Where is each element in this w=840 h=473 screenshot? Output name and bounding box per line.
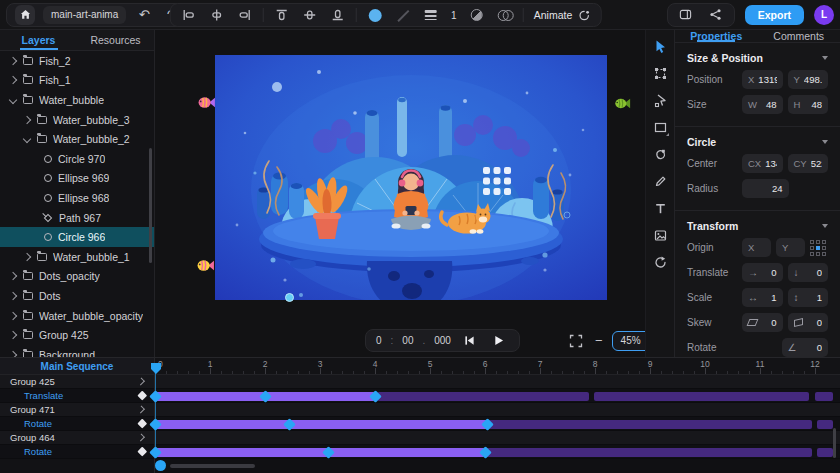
align-center-h-button[interactable] bbox=[207, 5, 227, 25]
timeline-bar-row[interactable] bbox=[155, 389, 840, 403]
pen-tool[interactable] bbox=[648, 169, 672, 193]
chevron-down-icon[interactable] bbox=[9, 96, 17, 104]
fit-screen-button[interactable] bbox=[566, 331, 586, 351]
fill-color-button[interactable] bbox=[365, 5, 385, 25]
align-middle-button[interactable] bbox=[300, 5, 320, 25]
chevron-right-icon[interactable] bbox=[137, 406, 145, 414]
timeline-bar-segment[interactable] bbox=[155, 448, 485, 457]
chevron-right-icon[interactable] bbox=[23, 115, 31, 123]
fish-sticker-yellow[interactable] bbox=[196, 258, 215, 273]
timeline-bar-segment[interactable] bbox=[817, 420, 834, 429]
image-tool[interactable] bbox=[648, 223, 672, 247]
time-seconds[interactable]: 00 bbox=[402, 335, 413, 346]
layer-row-ellipse-968[interactable]: Ellipse 968 bbox=[0, 188, 154, 208]
keyframe-toggle-icon[interactable] bbox=[137, 419, 146, 428]
timeline-tracks-area[interactable]: 0123456789101112 bbox=[155, 358, 840, 473]
keyframe-toggle-icon[interactable] bbox=[137, 391, 146, 400]
center-cy-field[interactable]: CY522.41 bbox=[788, 154, 829, 173]
tab-layers[interactable]: Layers bbox=[0, 30, 77, 50]
chevron-right-icon[interactable] bbox=[137, 378, 145, 386]
stroke-color-button[interactable] bbox=[393, 5, 413, 25]
tab-comments[interactable]: Comments bbox=[758, 30, 840, 42]
translate-y-field[interactable]: ↓0 bbox=[788, 263, 829, 282]
chevron-down-icon[interactable] bbox=[23, 135, 31, 143]
timeline-bar-segment[interactable] bbox=[488, 420, 813, 429]
time-minutes[interactable]: 0 bbox=[376, 335, 382, 346]
time-millis[interactable]: 000 bbox=[434, 335, 451, 346]
rotate-field[interactable]: ∠0 bbox=[782, 338, 829, 357]
collapse-section-button[interactable] bbox=[822, 140, 828, 144]
timeline-bar-row[interactable] bbox=[155, 445, 840, 459]
timeline-bar-segment[interactable] bbox=[594, 392, 810, 401]
timeline-ruler[interactable]: 0123456789101112 bbox=[155, 358, 840, 375]
play-button[interactable] bbox=[489, 331, 509, 351]
layer-row-dots[interactable]: Dots bbox=[0, 286, 154, 306]
document-title[interactable]: main-art-anima bbox=[43, 6, 126, 24]
skip-start-button[interactable] bbox=[460, 331, 480, 351]
timeline-scroll-knob[interactable] bbox=[155, 460, 166, 471]
panel-toggle-button[interactable] bbox=[676, 5, 696, 25]
avatar[interactable]: L bbox=[814, 5, 834, 25]
timeline-bar-segment[interactable] bbox=[815, 392, 833, 401]
timeline-bar-segment[interactable] bbox=[817, 448, 834, 457]
fish-sticker-green[interactable] bbox=[614, 96, 631, 111]
chevron-right-icon[interactable] bbox=[137, 434, 145, 442]
track-translate[interactable]: Translate bbox=[0, 389, 154, 403]
layer-row-fish-2[interactable]: Fish_2 bbox=[0, 51, 154, 71]
zoom-level-dropdown[interactable]: 45% bbox=[612, 331, 645, 351]
canvas-illustration[interactable] bbox=[215, 55, 607, 300]
blend-button[interactable] bbox=[495, 5, 515, 25]
origin-anchor-grid[interactable] bbox=[810, 240, 828, 256]
center-cx-field[interactable]: CX1343.0 bbox=[742, 154, 783, 173]
layer-row-background[interactable]: Background bbox=[0, 345, 154, 357]
collapse-section-button[interactable] bbox=[822, 224, 828, 228]
home-button[interactable] bbox=[15, 5, 35, 25]
fish-sticker-pink[interactable] bbox=[197, 95, 216, 110]
share-button[interactable] bbox=[706, 5, 726, 25]
origin-x-field[interactable]: X bbox=[742, 238, 771, 257]
layer-row-circle-970[interactable]: Circle 970 bbox=[0, 149, 154, 169]
layer-row-ellipse-969[interactable]: Ellipse 969 bbox=[0, 169, 154, 189]
track-rotate-471[interactable]: Rotate bbox=[0, 417, 154, 431]
main-sequence-header[interactable]: Main Sequence bbox=[0, 358, 154, 375]
track-rotate-464[interactable]: Rotate bbox=[0, 445, 154, 459]
transform-tool[interactable] bbox=[648, 61, 672, 85]
track-group-471[interactable]: Group 471 bbox=[0, 403, 154, 417]
layer-row-water-bubble-1[interactable]: Water_bubble_1 bbox=[0, 247, 154, 267]
timeline-hscrollbar[interactable] bbox=[170, 464, 255, 468]
zoom-out-button[interactable]: − bbox=[593, 333, 605, 348]
scale-x-field[interactable]: ↔1 bbox=[742, 288, 783, 307]
chevron-right-icon[interactable] bbox=[9, 57, 17, 65]
position-x-field[interactable]: X1319.0 bbox=[742, 70, 783, 89]
layer-row-circle-966[interactable]: Circle 966 bbox=[0, 227, 154, 247]
layer-row-water-bubble-3[interactable]: Water_bubble_3 bbox=[0, 110, 154, 130]
layer-row-water-bubble[interactable]: Water_bubble bbox=[0, 90, 154, 110]
rectangle-tool[interactable] bbox=[648, 115, 672, 139]
undo-button[interactable]: ↶ bbox=[134, 5, 154, 25]
size-w-field[interactable]: W48 bbox=[742, 95, 783, 114]
chevron-right-icon[interactable] bbox=[9, 292, 17, 300]
chevron-right-icon[interactable] bbox=[9, 311, 17, 319]
radius-field[interactable]: 24 bbox=[742, 179, 789, 198]
align-right-button[interactable] bbox=[235, 5, 255, 25]
node-tool[interactable] bbox=[648, 88, 672, 112]
layer-row-dots-opacity[interactable]: Dots_opacity bbox=[0, 267, 154, 287]
selected-circle-element[interactable] bbox=[285, 293, 294, 302]
origin-y-field[interactable]: Y bbox=[776, 238, 805, 257]
layer-row-water-bubble-opacity[interactable]: Water_bubble_opacity bbox=[0, 306, 154, 326]
tab-resources[interactable]: Resources bbox=[77, 30, 154, 50]
position-y-field[interactable]: Y498.41 bbox=[788, 70, 829, 89]
layer-row-water-bubble-2[interactable]: Water_bubble_2 bbox=[0, 129, 154, 149]
scale-y-field[interactable]: ↕1 bbox=[788, 288, 829, 307]
select-tool[interactable] bbox=[648, 34, 672, 58]
translate-x-field[interactable]: →0 bbox=[742, 263, 783, 282]
text-tool[interactable] bbox=[648, 196, 672, 220]
canvas-area[interactable]: 0 : 00 . 000 − 45% bbox=[155, 30, 645, 357]
align-top-button[interactable] bbox=[272, 5, 292, 25]
layer-row-path-967[interactable]: Path 967 bbox=[0, 208, 154, 228]
export-button[interactable]: Export bbox=[745, 5, 804, 25]
chevron-right-icon[interactable] bbox=[23, 252, 31, 260]
track-group-464[interactable]: Group 464 bbox=[0, 431, 154, 445]
layer-row-fish-1[interactable]: Fish_1 bbox=[0, 71, 154, 91]
opacity-button[interactable] bbox=[467, 5, 487, 25]
